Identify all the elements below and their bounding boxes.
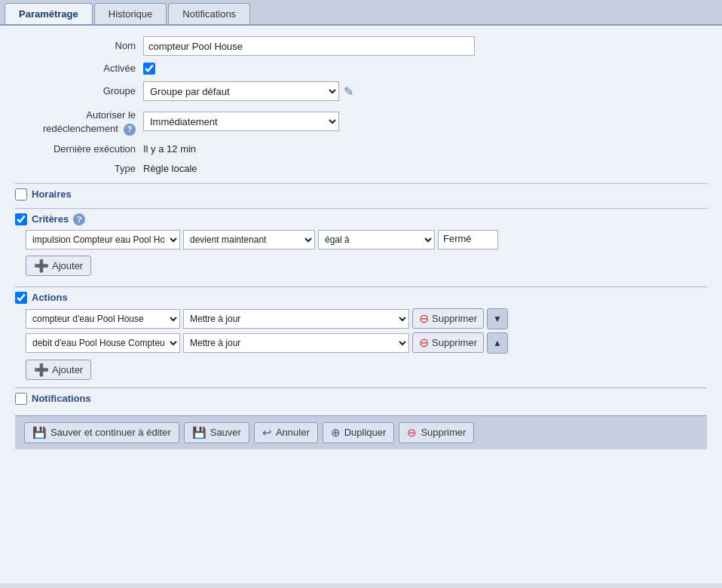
criteria-add-plus-icon: ➕ (34, 259, 49, 273)
action-row1-down-icon: ▼ (493, 314, 502, 324)
tab-historique[interactable]: Historique (94, 3, 167, 24)
actions-section-header: Actions (15, 286, 707, 304)
actions-add-button[interactable]: ➕ Ajouter (26, 360, 91, 380)
action-row2-up-icon: ▲ (493, 338, 502, 348)
activee-row: Activée (15, 62, 707, 75)
autoriser-label: Autoriser le redéclenchement ? (15, 107, 143, 136)
notifications-title: Notifications (32, 393, 91, 404)
duplicate-button[interactable]: ⊕ Dupliquer (323, 422, 395, 443)
notifications-checkbox[interactable] (15, 393, 27, 405)
type-row: Type Règle locale (15, 162, 707, 176)
horaires-title: Horaires (32, 188, 72, 200)
criteria-add-button[interactable]: ➕ Ajouter (26, 256, 91, 276)
nom-input[interactable] (143, 36, 475, 56)
action-row-2: debit d'eau Pool House Compteur c Mettre… (15, 332, 707, 354)
delete-minus-icon: ⊖ (407, 426, 417, 439)
action-row1-minus-icon: ⊖ (419, 311, 429, 326)
nom-row: Nom (15, 36, 707, 56)
autoriser-select[interactable]: Immédiatement (143, 112, 339, 131)
action-row2-select1[interactable]: debit d'eau Pool House Compteur c (26, 333, 180, 353)
horaires-section-header: Horaires (15, 183, 707, 201)
criteria-select3[interactable]: égal à (318, 230, 435, 250)
groupe-row: Groupe Groupe par défaut ✎ (15, 81, 707, 101)
save-button[interactable]: 💾 Sauver (184, 422, 249, 443)
action-row1-select2[interactable]: Mettre à jour (183, 309, 409, 329)
cancel-undo-icon: ↩ (262, 426, 272, 439)
action-row-1: compteur d'eau Pool House Mettre à jour … (15, 308, 707, 329)
activee-label: Activée (15, 62, 143, 75)
duplicate-plus-icon: ⊕ (331, 426, 341, 439)
tabs-bar: Paramétrage Historique Notifications (0, 0, 722, 26)
actions-checkbox[interactable] (15, 292, 27, 304)
type-value: Règle locale (143, 163, 197, 174)
tab-parametrage[interactable]: Paramétrage (5, 3, 93, 24)
criteria-select1[interactable]: impulsion Compteur eau Pool Hous (26, 230, 180, 250)
action-row2-up-button[interactable]: ▲ (487, 332, 508, 354)
main-content: Nom Activée Groupe Groupe par défaut ✎ A… (0, 26, 722, 583)
criteria-row: impulsion Compteur eau Pool Hous devient… (15, 230, 707, 250)
action-row1-supprimer-button[interactable]: ⊖ Supprimer (412, 308, 484, 329)
autoriser-help-icon[interactable]: ? (124, 124, 136, 136)
derniere-row: Dernière exécution Il y a 12 min (15, 142, 707, 156)
criteres-checkbox[interactable] (15, 213, 27, 225)
action-row1-select1[interactable]: compteur d'eau Pool House (26, 309, 180, 329)
bottom-toolbar: 💾 Sauver et continuer à éditer 💾 Sauver … (15, 415, 707, 449)
cancel-button[interactable]: ↩ Annuler (254, 422, 318, 443)
criteres-section-header: Critères ? (15, 208, 707, 225)
save-floppy-icon: 💾 (192, 426, 207, 439)
nom-label: Nom (15, 39, 143, 53)
activee-checkbox[interactable] (143, 63, 155, 75)
notifications-section-header: Notifications (15, 387, 707, 405)
action-row2-minus-icon: ⊖ (419, 335, 429, 350)
action-row2-select2[interactable]: Mettre à jour (183, 333, 409, 353)
groupe-label: Groupe (15, 84, 143, 98)
horaires-checkbox[interactable] (15, 188, 27, 201)
criteres-title: Critères (32, 213, 69, 225)
actions-add-plus-icon: ➕ (34, 363, 49, 377)
autoriser-row: Autoriser le redéclenchement ? Immédiate… (15, 107, 707, 136)
tab-notifications[interactable]: Notifications (168, 3, 250, 24)
criteria-select2[interactable]: devient maintenant (183, 230, 315, 250)
groupe-edit-icon[interactable]: ✎ (344, 84, 353, 99)
criteria-value: Fermé (438, 230, 498, 250)
derniere-label: Dernière exécution (15, 142, 143, 156)
derniere-value: Il y a 12 min (143, 143, 196, 155)
action-row1-down-button[interactable]: ▼ (487, 308, 508, 329)
type-label: Type (15, 162, 143, 176)
action-row2-supprimer-button[interactable]: ⊖ Supprimer (412, 332, 484, 353)
save-continue-floppy-icon: 💾 (32, 426, 47, 439)
save-continue-button[interactable]: 💾 Sauver et continuer à éditer (24, 422, 179, 443)
actions-title: Actions (32, 292, 68, 303)
delete-button[interactable]: ⊖ Supprimer (399, 422, 474, 443)
groupe-select[interactable]: Groupe par défaut (143, 81, 339, 101)
criteres-help-icon[interactable]: ? (73, 213, 85, 225)
